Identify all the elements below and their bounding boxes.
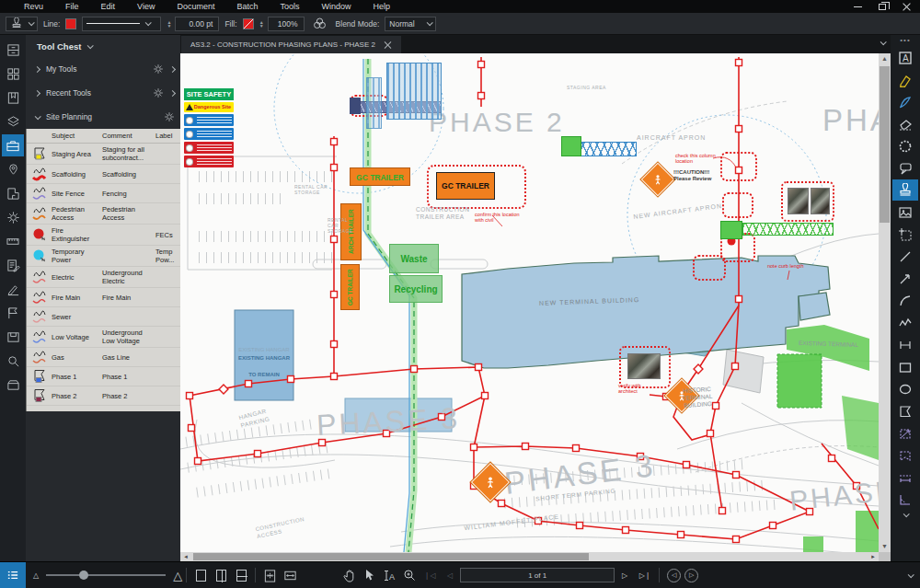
opacity-field[interactable]: 100%	[268, 17, 305, 31]
zoom-slider[interactable]	[46, 574, 166, 576]
menu-tools[interactable]: Tools	[269, 2, 310, 11]
note-confirm-civil[interactable]: confirm this location with civil	[475, 212, 523, 223]
file-access-icon[interactable]	[2, 39, 24, 61]
bookmarks-icon[interactable]	[2, 86, 24, 109]
measure-perimeter-tool-icon[interactable]	[892, 444, 918, 466]
measurements-icon[interactable]	[2, 230, 24, 252]
arc-tool-icon[interactable]	[892, 290, 918, 311]
scroll-down-icon[interactable]: ▼	[879, 541, 891, 552]
text-box-tool-icon[interactable]: A	[892, 47, 918, 68]
green-anchor-square[interactable]	[720, 221, 742, 239]
tool-row-phase-1[interactable]: Phase 1 Phase 1	[27, 367, 180, 386]
places-icon[interactable]	[2, 158, 24, 180]
embedded-photo[interactable]	[627, 353, 661, 379]
line-width-stepper[interactable]: ▲▼	[167, 20, 171, 28]
menu-batch[interactable]: Batch	[225, 2, 269, 11]
search-icon[interactable]	[2, 350, 24, 372]
thumbnails-icon[interactable]	[2, 63, 24, 85]
select-cursor-icon[interactable]	[359, 566, 379, 584]
markups-list-toggle[interactable]	[0, 562, 26, 588]
toolset-my-tools[interactable]: My Tools	[26, 57, 180, 81]
zoom-in-triangle-icon[interactable]: △	[173, 569, 182, 582]
dimension-tool-icon[interactable]	[892, 334, 918, 355]
menu-file[interactable]: File	[54, 2, 90, 11]
restore-icon[interactable]	[879, 4, 886, 10]
staging-hatch-area[interactable]	[386, 63, 442, 120]
tool-chest-header[interactable]: Tool Chest	[26, 35, 180, 57]
note-curb-length[interactable]: note curb length	[767, 263, 808, 269]
measure-angle-tool-icon[interactable]	[892, 489, 918, 510]
tool-row-fire-main[interactable]: Fire Main Fire Main	[27, 288, 180, 307]
page-indicator[interactable]: 1 of 1	[460, 568, 615, 582]
line-style-dropdown[interactable]	[82, 17, 161, 31]
gc-trailer-box[interactable]: GC TRAILER	[436, 172, 495, 200]
split-vertical-view-icon[interactable]	[211, 566, 231, 584]
zoom-out-triangle-icon[interactable]: △	[33, 571, 39, 580]
signatures-icon[interactable]	[2, 278, 24, 300]
document-tab[interactable]: AS3.2 - CONSTRUCTION PHASING PLANS - PHA…	[181, 36, 401, 53]
scroll-right-icon[interactable]: ▸	[868, 552, 879, 561]
polyline-tool-icon[interactable]	[892, 312, 918, 333]
tool-row-electric[interactable]: Electric Underground Electric	[27, 267, 180, 288]
blend-icon[interactable]	[310, 15, 330, 33]
tab-overflow-chevron-icon[interactable]	[880, 39, 887, 45]
drawings-icon[interactable]	[2, 326, 24, 348]
markups-summary-icon[interactable]	[2, 254, 24, 276]
studio-icon[interactable]	[2, 374, 24, 396]
callout-tool-icon[interactable]	[892, 157, 918, 179]
fill-color-swatch[interactable]	[243, 18, 254, 29]
pen-tool-icon[interactable]	[892, 91, 918, 112]
green-anchor-square[interactable]	[561, 136, 581, 156]
stamp-tool-icon[interactable]	[892, 179, 918, 201]
tool-row-staging-area[interactable]: Staging Area Staging for all subcontract…	[27, 144, 180, 165]
site-safety-sign[interactable]: SITE SAFETY Dangerous Site	[184, 88, 234, 167]
menu-view[interactable]: View	[126, 2, 166, 11]
previous-page-icon[interactable]: ◁	[440, 566, 460, 584]
opacity-stepper[interactable]: ▲▼	[259, 20, 264, 28]
pan-hand-icon[interactable]	[339, 566, 359, 584]
menu-help[interactable]: Help	[362, 2, 401, 11]
column-label[interactable]: Label	[155, 132, 179, 140]
layers-icon[interactable]	[2, 110, 24, 133]
staging-hatch-area-small[interactable]	[366, 77, 382, 129]
tab-close-icon[interactable]	[385, 41, 392, 49]
close-icon[interactable]	[903, 3, 911, 11]
zoom-slider-knob[interactable]	[79, 571, 88, 580]
horizontal-scroll-thumb[interactable]	[193, 553, 589, 560]
menu-revu[interactable]: Revu	[13, 2, 54, 11]
toolset-site-planning[interactable]: Site Planning	[26, 105, 180, 129]
fit-page-icon[interactable]	[259, 566, 280, 584]
embedded-photo[interactable]	[811, 188, 830, 214]
tool-row-temporary-power[interactable]: Temporary Power Temp Pow...	[27, 246, 180, 267]
gear-icon[interactable]	[153, 63, 164, 75]
previous-view-icon[interactable]: ◁	[667, 569, 681, 582]
measure-length-tool-icon[interactable]	[892, 467, 918, 488]
note-verify-architect[interactable]: verify with architect	[618, 383, 657, 394]
rail-overflow-chevron-icon[interactable]	[903, 511, 909, 517]
gc-trailer-label[interactable]: GC TRAILER	[350, 167, 410, 186]
tool-row-low-voltage[interactable]: Low Voltage Underground Low Voltage	[27, 327, 180, 348]
column-subject[interactable]: Subject	[52, 132, 102, 140]
pdf-canvas[interactable]: PHASE 2 PHASE PHASE 3 PHASE 3 PHASE 3 SI…	[180, 53, 879, 552]
menu-window[interactable]: Window	[310, 2, 362, 11]
polygon-tool-icon[interactable]	[892, 400, 918, 421]
recycling-zone[interactable]: Recycling	[389, 275, 443, 303]
fit-width-icon[interactable]	[280, 566, 300, 584]
vertical-scrollbar[interactable]: ▲ ▼	[879, 53, 891, 552]
gear-icon[interactable]	[164, 111, 175, 122]
stamp-tool-dropdown[interactable]	[6, 17, 38, 31]
eraser-tool-icon[interactable]	[892, 113, 918, 134]
note-caution[interactable]: !!!CAUTION!!!Please Review	[673, 169, 716, 182]
next-page-icon[interactable]: ▷	[615, 566, 635, 584]
scroll-left-icon[interactable]: ◂	[180, 552, 191, 561]
first-page-icon[interactable]: ❘◁	[420, 566, 440, 584]
gear-icon[interactable]	[153, 87, 164, 98]
column-comment[interactable]: Comment	[102, 132, 155, 140]
tool-row-sewer[interactable]: Sewer	[27, 307, 180, 327]
line-width-field[interactable]: 0.00 pt	[175, 17, 219, 31]
scroll-up-icon[interactable]: ▲	[879, 53, 891, 64]
rectangle-tool-icon[interactable]	[892, 356, 918, 377]
line-color-swatch[interactable]	[65, 18, 76, 29]
waste-zone[interactable]: Waste	[389, 244, 439, 273]
highlighter-tool-icon[interactable]	[892, 69, 918, 90]
